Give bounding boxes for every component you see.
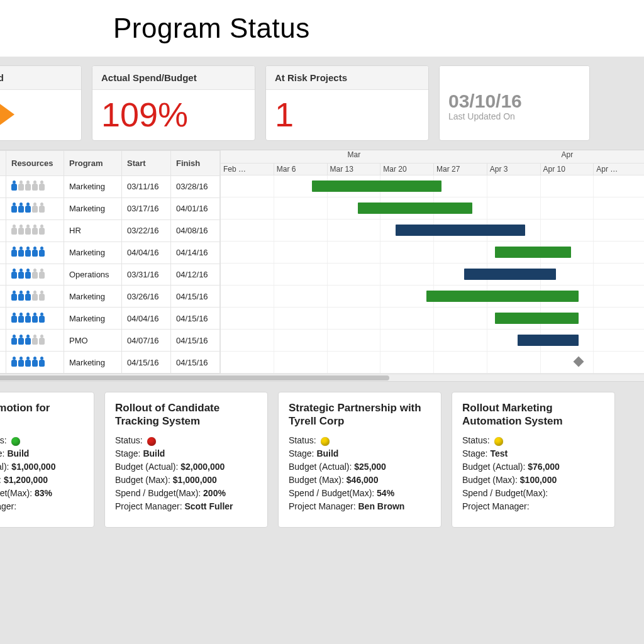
- kpi-spend-card[interactable]: Actual Spend/Budget 109%: [92, 65, 255, 141]
- resources-icon: [11, 291, 45, 301]
- kpi-spend-value: 109%: [101, 97, 188, 131]
- gantt-bar[interactable]: [312, 180, 441, 192]
- gantt-bar[interactable]: [495, 313, 579, 324]
- project-manager: Project Manager: Scott Fuller: [115, 501, 257, 511]
- kpi-risk-label: At Risk Projects: [266, 66, 428, 90]
- table-row[interactable]: HR03/22/1604/08/16: [0, 219, 220, 242]
- kpi-row: Trend Actual Spend/Budget 109% At Risk P…: [0, 57, 644, 150]
- resources-icon: [11, 247, 45, 257]
- horizontal-scrollbar[interactable]: [0, 374, 644, 381]
- project-manager: Project Manager:: [462, 501, 604, 511]
- project-stage: Stage: Build: [289, 448, 431, 458]
- gantt-bar[interactable]: [358, 203, 472, 214]
- timeline-tick: Mar 13: [328, 164, 381, 175]
- timeline-tick: Mar 6: [274, 164, 328, 175]
- project-card[interactable]: Strategic Partnership with Tyrell CorpSt…: [278, 392, 441, 528]
- col-status[interactable]: Status: [0, 151, 6, 176]
- project-title: Promotion for: [0, 401, 84, 429]
- table-row[interactable]: Marketing03/17/1604/01/16: [0, 197, 220, 219]
- table-row[interactable]: Marketing04/04/1604/15/16: [0, 308, 220, 330]
- project-status: Status:: [115, 435, 257, 445]
- gantt-row[interactable]: [221, 264, 644, 286]
- status-dot-icon: [147, 437, 156, 446]
- gantt-row[interactable]: [221, 175, 644, 197]
- resources-icon: [11, 357, 45, 367]
- kpi-risk-value: 1: [275, 97, 294, 131]
- gantt-row[interactable]: [221, 352, 644, 374]
- table-row[interactable]: Marketing04/04/1604/14/16: [0, 242, 220, 264]
- project-card[interactable]: Rollout of Candidate Tracking SystemStat…: [104, 392, 268, 528]
- gantt-row[interactable]: [221, 330, 644, 352]
- kpi-trend-card[interactable]: Trend: [0, 65, 82, 141]
- page-title: Program Status: [113, 13, 644, 44]
- project-card[interactable]: Rollout Marketing Automation SystemStatu…: [452, 392, 615, 528]
- table-row[interactable]: PMO04/07/1604/15/16: [0, 330, 220, 352]
- kpi-risk-card[interactable]: At Risk Projects 1: [265, 65, 429, 141]
- project-stage: Stage: Build: [0, 448, 84, 458]
- timeline-tick: Apr 10: [541, 164, 594, 175]
- status-dot-icon: [494, 437, 503, 446]
- table-row[interactable]: Marketing03/11/1603/28/16: [0, 176, 220, 198]
- kpi-updated-date: 03/10/16: [448, 91, 580, 111]
- project-title: Rollout Marketing Automation System: [462, 401, 604, 429]
- col-resources[interactable]: Resources: [6, 151, 64, 176]
- timeline-tick: Apr 3: [487, 164, 541, 175]
- gantt-bar[interactable]: [396, 225, 525, 236]
- gantt-timeline[interactable]: MarApr Feb …Mar 6Mar 13Mar 20Mar 27Apr 3…: [220, 150, 644, 374]
- header: Program Status: [0, 0, 644, 57]
- project-budget-max: Budget (Max): $100,000: [462, 475, 604, 485]
- timeline-tick: Mar 20: [380, 164, 434, 175]
- gantt-row[interactable]: [221, 219, 644, 242]
- project-status: Status:: [462, 435, 604, 445]
- project-spend-pct: Budget(Max): 83%: [0, 488, 84, 498]
- timeline-tick: Apr …: [594, 164, 644, 175]
- project-manager: Project Manager: Ben Brown: [289, 501, 431, 511]
- gantt-bar[interactable]: [464, 269, 555, 280]
- project-budget-max: Budget (Max): $46,000: [289, 475, 431, 485]
- project-budget-actual: Actual): $1,000,000: [0, 462, 84, 472]
- timeline-tick: Feb …: [221, 164, 274, 175]
- timeline-tick: Mar 27: [434, 164, 487, 175]
- status-dot-icon: [321, 437, 330, 446]
- project-card[interactable]: Promotion forStatus: Stage: BuildActual)…: [0, 392, 94, 528]
- gantt-bar[interactable]: [426, 291, 579, 302]
- gantt-row[interactable]: [221, 197, 644, 219]
- table-row[interactable]: Operations03/31/1604/12/16: [0, 264, 220, 286]
- project-cards-row: Promotion forStatus: Stage: BuildActual)…: [0, 392, 644, 528]
- col-start[interactable]: Start: [122, 151, 171, 176]
- project-spend-pct: Spend / Budget(Max): 200%: [115, 488, 257, 498]
- gantt-bar[interactable]: [495, 247, 571, 258]
- resources-icon: [11, 313, 45, 323]
- project-spend-pct: Spend / Budget(Max): 54%: [289, 488, 431, 498]
- kpi-updated-card[interactable]: 03/10/16 Last Updated On: [439, 65, 590, 141]
- project-budget-max: Max): $1,200,000: [0, 475, 84, 485]
- gantt-row[interactable]: [221, 308, 644, 330]
- table-row[interactable]: Marketing03/26/1604/15/16: [0, 286, 220, 308]
- gantt-table[interactable]: Status Resources Program Start Finish Ma…: [0, 150, 220, 374]
- col-program[interactable]: Program: [64, 151, 122, 176]
- gantt-card: Status Resources Program Start Finish Ma…: [0, 150, 644, 382]
- project-spend-pct: Spend / Budget(Max):: [462, 488, 604, 498]
- gantt-row[interactable]: [221, 242, 644, 264]
- table-row[interactable]: Marketing04/15/1604/15/16: [0, 352, 220, 374]
- resources-icon: [11, 203, 45, 213]
- project-status: Status:: [289, 435, 431, 445]
- project-budget-actual: Budget (Actual): $76,000: [462, 462, 604, 472]
- project-budget-max: Budget (Max): $1,000,000: [115, 475, 257, 485]
- project-manager: Manager:: [0, 501, 84, 511]
- resources-icon: [11, 180, 45, 191]
- project-budget-actual: Budget (Actual): $2,000,000: [115, 462, 257, 472]
- resources-icon: [11, 225, 45, 235]
- gantt-row[interactable]: [221, 286, 644, 308]
- project-title: Strategic Partnership with Tyrell Corp: [289, 401, 431, 429]
- gantt-bar[interactable]: [518, 335, 579, 346]
- resources-icon: [11, 269, 45, 279]
- project-status: Status:: [0, 435, 84, 445]
- project-stage: Stage: Build: [115, 448, 257, 458]
- arrow-right-icon: [0, 101, 14, 128]
- status-dot-icon: [11, 437, 20, 446]
- kpi-trend-label: Trend: [0, 66, 81, 90]
- resources-icon: [11, 335, 45, 345]
- col-finish[interactable]: Finish: [171, 151, 220, 176]
- project-stage: Stage: Test: [462, 448, 604, 458]
